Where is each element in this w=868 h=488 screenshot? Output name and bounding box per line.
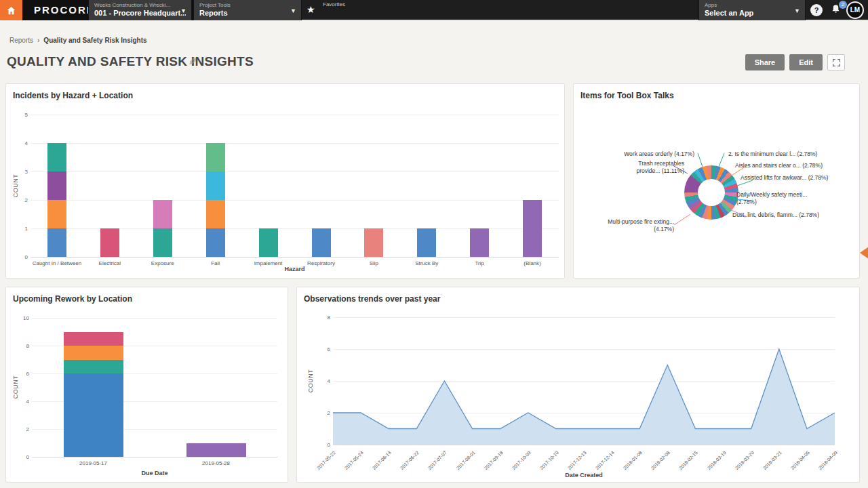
fullscreen-button[interactable] <box>827 54 845 70</box>
bar-segment[interactable] <box>186 443 246 458</box>
donut-callout: Trash receptables provide... (11.11%) <box>613 160 684 175</box>
breadcrumb-chevron-icon: › <box>37 37 39 44</box>
area-series <box>333 317 835 445</box>
gridline <box>31 257 559 258</box>
bar-segment[interactable] <box>206 171 225 200</box>
gridline <box>333 445 835 445</box>
gridline <box>31 143 559 144</box>
upcoming-rework-card: Upcoming Rework by Location COUNT Due Da… <box>5 287 288 483</box>
bar-segment[interactable] <box>64 332 123 346</box>
donut-callout: Aisles and stairs clear o... (2.78%) <box>735 162 850 169</box>
company-selector[interactable]: Weeks Construction & Wrecki... 001 - Pro… <box>88 0 192 20</box>
company-selector-label: Weeks Construction & Wrecki... <box>94 2 186 8</box>
chart-title: Items for Tool Box Talks <box>580 91 674 100</box>
apps-selector-value: Select an App <box>705 9 800 17</box>
project-tool-label: Project Tools <box>199 2 296 8</box>
x-axis-tick: Electrical <box>83 260 136 266</box>
x-axis-label: Hazard <box>31 266 559 272</box>
bar-segment[interactable] <box>523 200 542 257</box>
donut-callout: Assisted lifts for awkwar... (2.78%) <box>741 174 863 182</box>
y-axis-label: COUNT <box>307 366 314 396</box>
bar-segment[interactable] <box>100 228 119 257</box>
header-actions: Share Edit <box>745 54 845 70</box>
gridline <box>31 171 559 172</box>
favorites-star-icon[interactable]: ★ <box>307 4 315 15</box>
bar-segment[interactable] <box>470 228 489 257</box>
gridline <box>32 457 277 458</box>
top-navigation: PROCORE Weeks Construction & Wrecki... 0… <box>0 0 868 20</box>
chevron-down-icon: ▼ <box>180 7 186 14</box>
bar-segment[interactable] <box>47 200 66 228</box>
y-axis-tick: 2 <box>13 426 29 432</box>
y-axis-tick: 6 <box>314 346 330 352</box>
donut-callout: Dust, lint, debris, flamm... (2.78%) <box>732 211 858 219</box>
bar-segment[interactable] <box>364 228 383 257</box>
y-axis-tick: 2 <box>314 410 330 416</box>
bar-segment[interactable] <box>47 171 66 200</box>
chevron-down-icon: ▼ <box>794 7 800 14</box>
bar-segment[interactable] <box>64 360 123 374</box>
y-axis-tick: 4 <box>13 399 29 405</box>
y-axis-tick: 4 <box>314 378 330 384</box>
y-axis-label: COUNT <box>12 171 19 201</box>
x-axis-tick: Slip <box>347 260 400 266</box>
bar-segment[interactable] <box>153 200 172 228</box>
bar-segment[interactable] <box>206 228 225 257</box>
help-icon[interactable]: ? <box>810 4 823 16</box>
observations-trend-card: Observations trends over past year COUNT… <box>296 287 860 483</box>
edit-button[interactable]: Edit <box>789 54 823 70</box>
user-avatar[interactable]: LM <box>846 1 864 19</box>
donut-callout: Daily/Weekly safety meeti... (2.78%) <box>736 191 812 206</box>
breadcrumb-reports-link[interactable]: Reports <box>9 37 33 44</box>
project-tool-value: Reports <box>199 9 296 17</box>
y-axis-tick: 3 <box>12 169 28 175</box>
y-axis-tick: 2 <box>12 197 28 203</box>
fullscreen-icon <box>832 58 841 67</box>
x-axis-tick: Exposure <box>136 260 189 266</box>
edit-title-pencil-icon[interactable]: ✎ <box>189 56 197 68</box>
page-title: QUALITY AND SAFETY RISK INSIGHTS <box>7 54 254 69</box>
favorites-label: Favorites <box>323 1 345 7</box>
gridline <box>31 115 559 115</box>
y-axis-tick: 8 <box>314 314 330 321</box>
donut-callout: Work areas orderly (4.17%) <box>599 150 694 158</box>
home-icon <box>6 5 16 16</box>
x-axis-tick: 2019-05-17 <box>32 460 155 466</box>
procore-logo[interactable]: PROCORE <box>34 4 95 16</box>
donut-callout: 2. Is the minimum clear l... (2.78%) <box>728 150 844 158</box>
incidents-by-hazard-card: Incidents by Hazard + Location COUNT Haz… <box>5 83 565 279</box>
bar-segment[interactable] <box>64 346 123 360</box>
x-axis-tick: Impalement <box>242 260 295 266</box>
y-axis-tick: 6 <box>13 371 29 377</box>
bar-segment[interactable] <box>153 228 172 257</box>
chevron-down-icon: ▼ <box>290 7 296 14</box>
y-axis-tick: 0 <box>314 442 330 448</box>
bar-segment[interactable] <box>206 143 225 171</box>
bar-segment[interactable] <box>312 228 331 257</box>
y-axis-tick: 1 <box>12 226 28 232</box>
home-button[interactable] <box>0 0 22 20</box>
bar-segment[interactable] <box>417 228 436 257</box>
notifications-button[interactable]: 2 <box>831 3 844 18</box>
chart-title: Incidents by Hazard + Location <box>13 91 133 100</box>
chart-title: Upcoming Rework by Location <box>13 294 132 304</box>
donut-callout: Multi-purpose fire exting... (4.17%) <box>601 218 674 233</box>
y-axis-tick: 4 <box>12 140 28 146</box>
breadcrumb: Reports›Quality and Safety Risk Insights <box>9 37 147 44</box>
x-axis-tick: Fall <box>189 260 242 266</box>
side-panel-toggle-arrow-icon[interactable] <box>860 247 868 259</box>
x-axis-tick: (Blank) <box>506 260 559 266</box>
chart-title: Observations trends over past year <box>304 294 440 304</box>
x-axis-tick: Respiratory <box>295 260 348 266</box>
bar-segment[interactable] <box>47 143 66 171</box>
gridline <box>31 200 559 201</box>
x-axis-tick: 2019-05-28 <box>155 460 277 466</box>
bar-segment[interactable] <box>64 373 123 457</box>
bar-segment[interactable] <box>206 200 225 228</box>
apps-selector[interactable]: Apps Select an App ▼ <box>698 0 806 20</box>
bar-segment[interactable] <box>47 228 66 257</box>
share-button[interactable]: Share <box>745 54 785 70</box>
project-tool-selector[interactable]: Project Tools Reports ▼ <box>193 0 302 20</box>
bar-segment[interactable] <box>259 228 278 257</box>
breadcrumb-current: Quality and Safety Risk Insights <box>43 37 146 44</box>
